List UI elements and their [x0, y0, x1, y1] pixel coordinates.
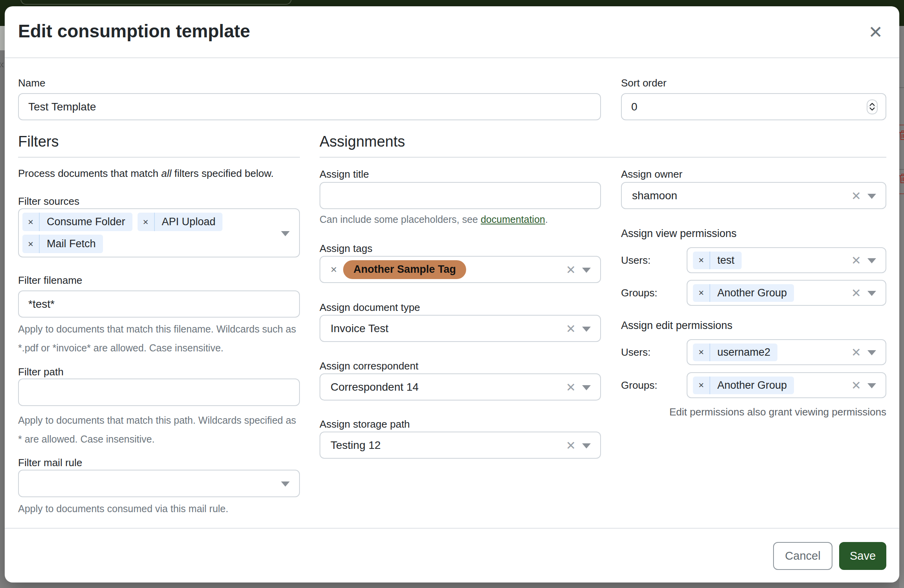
clear-icon[interactable]: ✕ — [566, 380, 576, 394]
cancel-button[interactable]: Cancel — [773, 542, 832, 570]
chevron-down-icon — [869, 107, 875, 110]
source-tag: × Mail Fetch — [22, 235, 103, 253]
caret-down-icon[interactable] — [867, 291, 876, 296]
assign-document-type-label: Assign document type — [320, 301, 601, 314]
filters-section: Filters Process documents that match all… — [18, 132, 300, 515]
clear-icon[interactable]: ✕ — [566, 263, 576, 276]
sort-order-input[interactable] — [621, 93, 886, 120]
filters-divider — [18, 157, 300, 158]
caret-down-icon[interactable] — [281, 231, 290, 236]
filters-description: Process documents that match all filters… — [18, 166, 300, 180]
view-users-row: Users: × test ✕ — [621, 247, 886, 273]
filter-mail-rule-label: Filter mail rule — [18, 456, 300, 469]
sidebar-collapse-icon: « — [0, 57, 4, 71]
remove-tag-icon[interactable]: × — [693, 284, 710, 302]
clear-icon[interactable]: ✕ — [851, 189, 861, 202]
remove-tag-icon[interactable]: × — [22, 213, 40, 231]
edit-groups-row: Groups: × Another Group ✕ — [621, 372, 886, 398]
remove-tag-icon[interactable]: × — [22, 235, 40, 253]
source-tag: × Consume Folder — [22, 213, 132, 231]
edit-users-select[interactable]: × username2 ✕ — [687, 339, 886, 365]
group-tag: × Another Group — [693, 284, 794, 302]
clear-icon[interactable]: ✕ — [851, 345, 861, 359]
edit-permissions-note: Edit permissions also grant viewing perm… — [621, 406, 886, 418]
filter-filename-label: Filter filename — [18, 274, 300, 287]
save-button[interactable]: Save — [839, 542, 886, 570]
assign-correspondent-label: Assign correspondent — [320, 360, 601, 372]
edit-consumption-template-dialog: Edit consumption template ✕ Name Sort or… — [5, 6, 899, 582]
view-users-select[interactable]: × test ✕ — [687, 247, 886, 273]
edit-groups-select[interactable]: × Another Group ✕ — [687, 372, 886, 398]
caret-down-icon[interactable] — [281, 481, 290, 487]
assign-storage-path-select[interactable]: Testing 12 ✕ — [320, 432, 601, 459]
filter-path-help: Apply to documents that match this path.… — [18, 411, 300, 448]
user-tag: × username2 — [693, 344, 777, 361]
caret-down-icon[interactable] — [582, 327, 591, 332]
name-field-group: Name — [18, 77, 601, 120]
documentation-link[interactable]: documentation — [481, 214, 545, 225]
close-icon[interactable]: ✕ — [868, 24, 883, 41]
tag-badge: Another Sample Tag — [343, 260, 466, 279]
name-label: Name — [18, 77, 601, 89]
group-tag: × Another Group — [693, 377, 794, 394]
assign-tags-select[interactable]: × Another Sample Tag ✕ — [320, 256, 601, 283]
view-permissions-heading: Assign view permissions — [621, 227, 886, 240]
assign-correspondent-select[interactable]: Correspondent 14 ✕ — [320, 373, 601, 401]
dialog-header: Edit consumption template ✕ — [5, 6, 899, 58]
remove-tag-icon[interactable]: × — [331, 263, 337, 276]
clear-icon[interactable]: ✕ — [566, 322, 576, 335]
assign-owner-label: Assign owner — [621, 168, 886, 180]
clear-icon[interactable]: ✕ — [851, 286, 861, 300]
sort-order-label: Sort order — [621, 77, 886, 89]
user-tag: × test — [693, 252, 742, 269]
assignments-middle-column: Assign title Can include some placeholde… — [320, 168, 601, 459]
assign-document-type-select[interactable]: Invoice Test ✕ — [320, 315, 601, 342]
view-groups-select[interactable]: × Another Group ✕ — [687, 280, 886, 306]
remove-tag-icon[interactable]: × — [138, 213, 155, 231]
caret-down-icon[interactable] — [867, 194, 876, 199]
caret-down-icon[interactable] — [867, 258, 876, 263]
dialog-body: Name Sort order Filters Process document… — [5, 58, 899, 528]
source-tag: × API Upload — [138, 213, 223, 231]
caret-down-icon[interactable] — [867, 350, 876, 355]
sort-order-field-group: Sort order — [621, 77, 886, 120]
assign-tags-label: Assign tags — [320, 242, 601, 255]
background-row-divider — [899, 193, 904, 194]
background-row-divider — [899, 87, 904, 88]
background-row-divider — [899, 169, 904, 170]
caret-down-icon[interactable] — [582, 443, 591, 448]
assignments-divider — [320, 157, 886, 158]
delete-icon — [898, 130, 904, 142]
dialog-title: Edit consumption template — [18, 20, 250, 42]
edit-users-row: Users: × username2 ✕ — [621, 339, 886, 365]
remove-tag-icon[interactable]: × — [693, 377, 710, 394]
number-stepper[interactable] — [867, 99, 878, 114]
filter-filename-help: Apply to documents that match this filen… — [18, 320, 300, 357]
view-groups-row: Groups: × Another Group ✕ — [621, 280, 886, 306]
name-input[interactable] — [18, 93, 601, 120]
filter-sources-select[interactable]: × Consume Folder × API Upload × Mail Fet… — [18, 208, 300, 257]
filters-heading: Filters — [18, 132, 300, 151]
filter-filename-input[interactable] — [18, 290, 300, 318]
filter-mail-rule-select[interactable] — [18, 470, 300, 497]
assign-title-help: Can include some placeholders, see docum… — [320, 213, 601, 225]
groups-label: Groups: — [621, 287, 687, 299]
assignments-section-header: Assignments — [320, 132, 886, 158]
edit-permissions-heading: Assign edit permissions — [621, 319, 886, 332]
assignments-right-column: Assign owner shamoon ✕ Assign view permi… — [621, 168, 886, 418]
users-label: Users: — [621, 254, 687, 266]
filter-sources-label: Filter sources — [18, 195, 300, 208]
clear-icon[interactable]: ✕ — [851, 254, 861, 267]
filter-path-input[interactable] — [18, 379, 300, 406]
clear-icon[interactable]: ✕ — [851, 379, 861, 392]
caret-down-icon[interactable] — [582, 385, 591, 390]
remove-tag-icon[interactable]: × — [693, 252, 710, 269]
clear-icon[interactable]: ✕ — [566, 438, 576, 452]
global-search-input: bread — [20, 0, 292, 5]
caret-down-icon[interactable] — [867, 383, 876, 388]
remove-tag-icon[interactable]: × — [693, 344, 710, 361]
caret-down-icon[interactable] — [582, 268, 591, 273]
assign-title-input[interactable] — [320, 182, 601, 209]
assign-storage-path-label: Assign storage path — [320, 418, 601, 430]
assign-owner-select[interactable]: shamoon ✕ — [621, 182, 886, 209]
